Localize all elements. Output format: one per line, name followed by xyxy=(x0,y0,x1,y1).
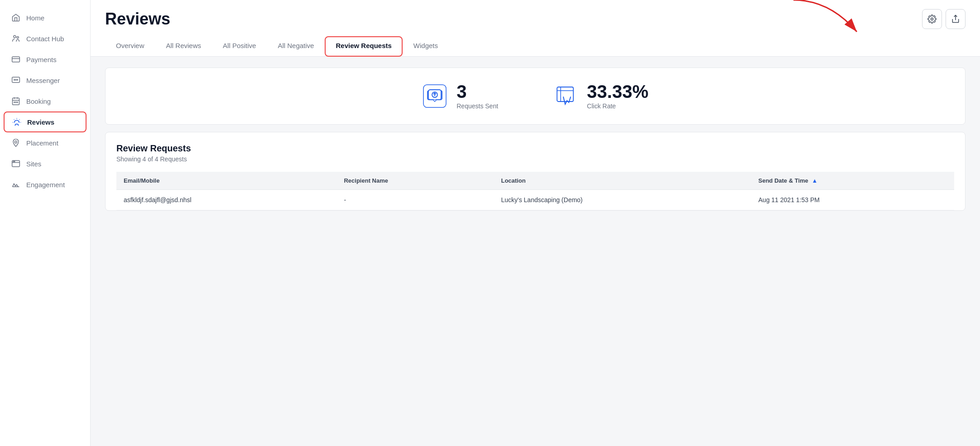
sidebar-label-messenger: Messenger xyxy=(26,77,60,84)
page-header: Reviews xyxy=(91,0,980,57)
sidebar: Home Contact Hub Payments xyxy=(0,0,91,446)
cell-send-date: Aug 11 2021 1:53 PM xyxy=(751,190,954,210)
tabs-container: Overview All Reviews All Positive All Ne… xyxy=(105,36,966,56)
table-row: asfkldjf.sdajfl@gjsd.nhsl - Lucky's Land… xyxy=(116,190,954,210)
click-rate-content: 33.33% Click Rate xyxy=(587,82,649,110)
main-content: Reviews xyxy=(91,0,980,446)
sidebar-label-booking: Booking xyxy=(26,97,51,105)
sidebar-item-home[interactable]: Home xyxy=(0,7,90,28)
svg-point-0 xyxy=(14,35,16,38)
sort-icon: ▲ xyxy=(812,177,817,184)
table-header-row: Email/Mobile Recipient Name Location Sen… xyxy=(116,172,954,190)
placement-icon xyxy=(11,138,21,148)
booking-icon xyxy=(11,96,21,106)
share-button[interactable] xyxy=(946,9,966,29)
main-scroll-area: Reviews xyxy=(91,0,980,446)
stat-requests-sent: 3 Requests Sent xyxy=(422,82,498,110)
settings-button[interactable] xyxy=(922,9,942,29)
svg-point-19 xyxy=(14,161,14,162)
click-rate-label: Click Rate xyxy=(587,102,649,110)
col-send-date[interactable]: Send Date & Time ▲ xyxy=(751,172,954,190)
svg-point-18 xyxy=(13,161,14,162)
sidebar-item-placement[interactable]: Placement xyxy=(0,132,90,153)
messenger-icon xyxy=(11,75,21,85)
requests-sent-number: 3 xyxy=(456,82,498,101)
svg-point-15 xyxy=(15,141,17,143)
sidebar-item-booking[interactable]: Booking xyxy=(0,91,90,112)
tab-all-negative[interactable]: All Negative xyxy=(267,36,325,56)
svg-point-12 xyxy=(14,102,15,103)
tab-all-positive[interactable]: All Positive xyxy=(212,36,267,56)
sites-icon xyxy=(11,159,21,169)
svg-rect-2 xyxy=(12,57,20,62)
requests-sent-label: Requests Sent xyxy=(456,102,498,110)
sidebar-item-reviews[interactable]: Reviews xyxy=(4,112,86,132)
tab-widgets[interactable]: Widgets xyxy=(403,36,449,56)
sidebar-label-placement: Placement xyxy=(26,139,58,147)
svg-point-13 xyxy=(15,102,16,103)
click-rate-number: 33.33% xyxy=(587,82,649,101)
svg-point-6 xyxy=(15,79,16,80)
tab-review-requests[interactable]: Review Requests xyxy=(325,36,402,57)
review-requests-table: Email/Mobile Recipient Name Location Sen… xyxy=(116,172,954,210)
sidebar-label-sites: Sites xyxy=(26,160,41,168)
sidebar-label-engagement: Engagement xyxy=(26,181,65,189)
header-actions xyxy=(922,9,966,29)
stats-section: 3 Requests Sent 33.33% Click Rate xyxy=(105,68,966,125)
header-top: Reviews xyxy=(105,9,966,29)
sidebar-item-sites[interactable]: Sites xyxy=(0,153,90,174)
cell-location: Lucky's Landscaping (Demo) xyxy=(494,190,751,210)
sidebar-label-payments: Payments xyxy=(26,56,57,63)
sidebar-item-engagement[interactable]: Engagement xyxy=(0,174,90,195)
sidebar-item-payments[interactable]: Payments xyxy=(0,49,90,70)
sidebar-item-contact-hub[interactable]: Contact Hub xyxy=(0,28,90,49)
tab-all-reviews[interactable]: All Reviews xyxy=(155,36,212,56)
svg-point-7 xyxy=(17,79,18,80)
engagement-icon xyxy=(11,179,21,189)
stat-click-rate: 33.33% Click Rate xyxy=(552,82,649,110)
sidebar-label-reviews: Reviews xyxy=(27,118,54,126)
svg-point-1 xyxy=(17,36,19,38)
col-location: Location xyxy=(494,172,751,190)
svg-point-20 xyxy=(931,18,933,20)
requests-sent-content: 3 Requests Sent xyxy=(456,82,498,110)
section-subtitle: Showing 4 of 4 Requests xyxy=(116,155,954,163)
requests-sent-icon xyxy=(422,83,447,109)
sidebar-item-messenger[interactable]: Messenger xyxy=(0,70,90,91)
contact-icon xyxy=(11,34,21,44)
review-requests-section: Review Requests Showing 4 of 4 Requests … xyxy=(105,132,966,211)
col-recipient: Recipient Name xyxy=(336,172,494,190)
svg-point-5 xyxy=(14,79,15,80)
sidebar-label-home: Home xyxy=(26,14,44,22)
col-email: Email/Mobile xyxy=(116,172,336,190)
svg-point-14 xyxy=(17,102,18,103)
tab-overview[interactable]: Overview xyxy=(105,36,155,56)
tab-row-wrapper: Overview All Reviews All Positive All Ne… xyxy=(105,36,966,56)
svg-rect-31 xyxy=(557,87,573,102)
section-title: Review Requests xyxy=(116,143,954,154)
cell-email: asfkldjf.sdajfl@gjsd.nhsl xyxy=(116,190,336,210)
svg-rect-4 xyxy=(12,77,20,82)
cell-recipient: - xyxy=(336,190,494,210)
page-title: Reviews xyxy=(105,10,170,29)
reviews-icon xyxy=(12,117,22,127)
sidebar-label-contact-hub: Contact Hub xyxy=(26,35,64,43)
payments-icon xyxy=(11,54,21,64)
home-icon xyxy=(11,13,21,23)
svg-rect-8 xyxy=(13,98,19,105)
click-rate-icon xyxy=(552,83,578,109)
